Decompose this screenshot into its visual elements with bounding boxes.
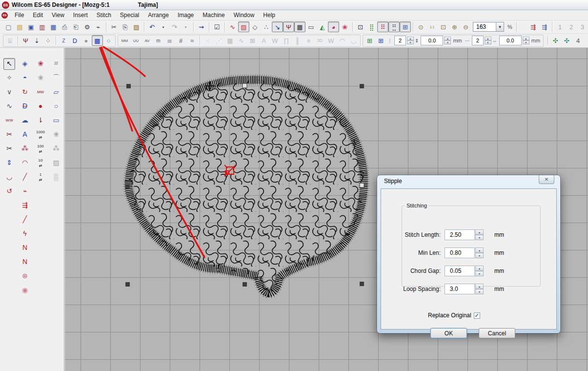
remove-stitches-tool[interactable]: ✂ [3, 129, 15, 141]
team-names-tool[interactable]: ⁂ [19, 143, 31, 155]
min-len-input[interactable] [445, 247, 475, 258]
menu-special[interactable]: Special [116, 11, 143, 20]
zoom-out-button[interactable]: ⊖ [460, 21, 471, 32]
thread-colors-button[interactable]: ❀ [339, 21, 350, 32]
layout-grid-b-button[interactable]: ⊞ [375, 35, 386, 46]
show-stitches-toggle[interactable]: ∿ [227, 21, 238, 32]
rows-count-spinner[interactable]: ▲▼ [407, 37, 414, 44]
col-spacing-field[interactable] [499, 36, 522, 45]
stitch-edit-z-button[interactable]: Z [58, 35, 69, 46]
menu-arrange[interactable]: Arrange [143, 11, 173, 20]
save-to-machine-button[interactable]: ▥ [37, 21, 48, 32]
parallel-weave-tool[interactable]: /// [50, 58, 62, 70]
replace-original-checkbox[interactable]: ✓ [474, 312, 480, 319]
satin-stitch-button[interactable]: MM [119, 35, 130, 46]
open-design-button[interactable]: ▤ [14, 21, 25, 32]
stipple-run-button[interactable]: ▩ [92, 35, 103, 46]
run-zigzag-tool[interactable]: ∿ [3, 101, 15, 112]
travel-start-button[interactable]: Ψ [20, 35, 31, 46]
zoom-box-button[interactable]: ⊙ [415, 21, 426, 32]
object-properties-button[interactable]: ⊞ [400, 21, 411, 32]
ellipse-rotate-tool[interactable]: ↺ [3, 186, 15, 197]
loop-spacing-input[interactable] [445, 284, 475, 294]
stitch-cursor-button[interactable]: ⇝ [196, 21, 207, 32]
travel-end-button[interactable]: ⇣ [31, 35, 42, 46]
column-stitch-button[interactable]: UU [130, 35, 142, 46]
reshape-arc-tool[interactable]: ◠ [19, 157, 31, 169]
menu-edit[interactable]: Edit [28, 11, 47, 20]
ok-button[interactable]: OK [430, 328, 467, 338]
export-design-button[interactable]: ▦ [48, 21, 59, 32]
cut-button[interactable]: ✂ [108, 21, 120, 32]
jump-run-tool[interactable]: ⇶ [19, 200, 31, 211]
menu-help[interactable]: Help [259, 11, 280, 20]
handle-bottom-middle[interactable] [243, 282, 247, 287]
zoom-1-tool[interactable]: 1 ⇄ [35, 171, 46, 183]
zoom-1to1-button[interactable]: 1:1 [426, 21, 438, 32]
zoom-combo[interactable]: ▼ [473, 22, 504, 32]
tatami-fill-button[interactable]: |||| [164, 35, 175, 46]
handle-middle-left[interactable] [125, 184, 130, 188]
row-spacing-input[interactable] [421, 36, 443, 45]
embroidery-design-brain[interactable] [128, 80, 364, 293]
nudge-a-button[interactable]: ✣ [550, 35, 561, 46]
ellipse-tool[interactable]: ○ [50, 101, 62, 112]
connector-tool[interactable]: ⌁ [19, 186, 31, 197]
radial-wheel-tool[interactable]: ◉ [19, 285, 31, 296]
show-background-toggle[interactable]: ◭ [317, 21, 328, 32]
machine-connect-button[interactable]: ⌁ [93, 21, 104, 32]
handle-bottom-left[interactable] [125, 282, 130, 287]
show-connectors-toggle[interactable]: ↘ [272, 21, 283, 32]
menu-window[interactable]: Window [229, 11, 259, 20]
handle-top-left[interactable] [126, 84, 131, 88]
rows-count-input[interactable] [395, 36, 406, 45]
menu-image[interactable]: Image [173, 11, 198, 20]
menu-view[interactable]: View [47, 11, 69, 20]
puffy-fill-tool[interactable]: ☁ [19, 115, 31, 126]
reshape-fill-tool[interactable]: ◓ [19, 72, 31, 84]
lightning-run-tool[interactable]: ϟ [19, 228, 31, 240]
chord-gap-input[interactable] [445, 266, 475, 276]
show-outlines-toggle[interactable]: ◇ [249, 21, 261, 32]
col-spacing-spinner[interactable]: ▲▼ [523, 37, 529, 44]
zigzag-run-tool[interactable]: N [19, 256, 31, 268]
nudge-b-button[interactable]: ✣ [561, 35, 572, 46]
dim-artwork-toggle[interactable]: ◕ [328, 21, 339, 32]
e-stitch-button[interactable]: m [153, 35, 164, 46]
cut-stitches-tool[interactable]: ✂ [3, 143, 15, 155]
handle-bottom-right[interactable] [360, 282, 364, 286]
zoom-input[interactable] [473, 22, 496, 31]
fan-stitch-tool[interactable]: ◡ [3, 171, 15, 183]
rectangle-tool[interactable]: ▭ [50, 115, 62, 126]
outline-editor-button[interactable]: D [69, 35, 81, 46]
stitch-colors-button[interactable]: ⣿ [366, 21, 377, 32]
select-object-tool[interactable]: ↖ [3, 58, 15, 70]
undo-button[interactable]: ↶ [146, 21, 158, 32]
zoom-rect-button[interactable]: ⊡ [438, 21, 449, 32]
undo-dropdown[interactable]: ▾ [158, 21, 169, 32]
paste-button[interactable]: ▨ [131, 21, 142, 32]
menu-insert[interactable]: Insert [69, 11, 92, 20]
show-points-toggle[interactable]: ∴ [261, 21, 272, 32]
branching-tool[interactable]: ❀ [35, 58, 46, 70]
lettering-tool[interactable]: A [19, 129, 31, 141]
circle-fill-button[interactable]: ● [81, 35, 92, 46]
zoom-10-tool[interactable]: 10 ⇄ [35, 157, 46, 169]
straight-run-tool[interactable]: ╱ [19, 214, 31, 226]
zoom-in-button[interactable]: ⊕ [449, 21, 460, 32]
print-preview-button[interactable]: ⎗ [70, 21, 81, 32]
menu-file[interactable]: File [10, 11, 28, 20]
cols-count-field[interactable] [472, 36, 484, 45]
chord-gap-spinner[interactable]: ▲▼ [475, 266, 484, 276]
cancel-button[interactable]: Cancel [479, 328, 515, 338]
menu-machine[interactable]: Machine [198, 11, 229, 20]
design-overview-button[interactable]: ⊡ [355, 21, 366, 32]
loop-spacing-spinner[interactable]: ▲▼ [475, 284, 484, 294]
penetration-point-tool[interactable]: ⇂ [35, 115, 46, 126]
menu-stitch[interactable]: Stitch [92, 11, 116, 20]
reshape-object-tool[interactable]: ◈ [19, 58, 31, 70]
open-curve-tool[interactable]: ∨ [3, 86, 15, 98]
handle-top-middle[interactable] [243, 83, 247, 88]
stitch-length-input[interactable] [445, 229, 475, 240]
remove-overlap-tool[interactable]: D [19, 101, 31, 112]
